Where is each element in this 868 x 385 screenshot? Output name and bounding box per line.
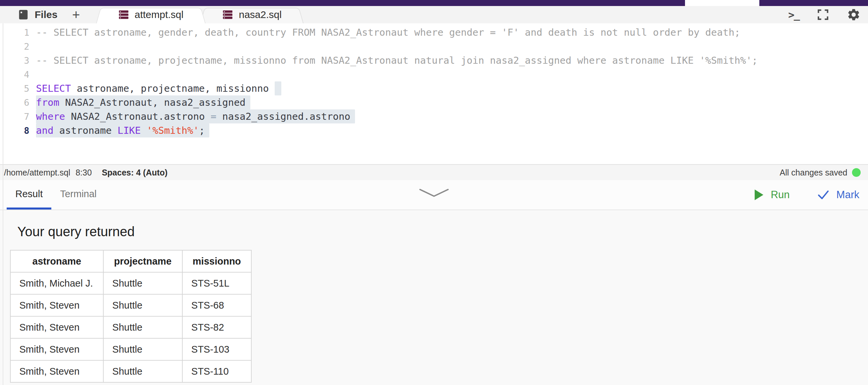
open-file-tabs: attempt.sql nasa2.sql (99, 6, 301, 23)
result-heading: Your query returned (17, 224, 868, 239)
table-cell: STS-51L (182, 272, 251, 294)
code-line[interactable]: 6from NASA2_Astronaut, nasa2_assigned (0, 95, 868, 110)
result-toolbar: Result Terminal Run Mark (0, 180, 868, 210)
table-cell: STS-82 (182, 316, 251, 338)
column-header: projectname (103, 250, 182, 272)
table-cell: Shuttle (103, 360, 182, 382)
table-cell: Shuttle (103, 316, 182, 338)
tab-attempt-sql[interactable]: attempt.sql (99, 6, 203, 23)
table-cell: Smith, Steven (10, 316, 103, 338)
mark-label: Mark (836, 189, 859, 201)
column-header: astroname (10, 250, 103, 272)
indentation-setting[interactable]: Spaces: 4 (Auto) (102, 168, 167, 177)
table-header-row: astronameprojectnamemissionno (10, 250, 251, 272)
line-number: 3 (0, 54, 29, 68)
left-rail-divider (3, 23, 3, 385)
files-button[interactable]: Files (0, 6, 57, 23)
tab-label: attempt.sql (135, 9, 184, 20)
tabbar-actions: >_ (788, 6, 868, 23)
table-row: Smith, Michael J.ShuttleSTS-51L (10, 272, 251, 294)
table-cell: Smith, Steven (10, 294, 103, 316)
editor-status-bar: /home/attempt.sql 8:30 Spaces: 4 (Auto) … (0, 164, 868, 180)
line-number: 5 (0, 82, 29, 96)
line-number: 6 (0, 96, 29, 110)
code-line[interactable]: 8and astroname LIKE '%Smith%'; (0, 123, 868, 138)
tab-result[interactable]: Result (7, 180, 51, 209)
top-accent-bar (0, 0, 868, 6)
line-number: 7 (0, 110, 29, 124)
terminal-icon[interactable]: >_ (788, 9, 799, 21)
table-cell: Smith, Steven (10, 360, 103, 382)
table-cell: Shuttle (103, 294, 182, 316)
topbar-gap (685, 0, 760, 6)
table-cell: Shuttle (103, 338, 182, 360)
panel-collapse-handle[interactable] (419, 188, 449, 198)
chevron-down-icon (419, 188, 449, 198)
check-icon (818, 190, 829, 200)
query-result-table: astronameprojectnamemissionno Smith, Mic… (10, 250, 252, 383)
code-line[interactable]: 3-- SELECT astroname, projectname, missi… (0, 53, 868, 67)
new-file-button[interactable]: + (72, 6, 80, 23)
table-row: Smith, StevenShuttleSTS-110 (10, 360, 251, 382)
code-lines: 1-- SELECT astroname, gender, death, cou… (0, 25, 868, 138)
toolbar-actions: Run Mark (755, 180, 868, 209)
tab-label: nasa2.sql (239, 9, 281, 20)
settings-gear-icon[interactable] (847, 8, 861, 22)
line-number: 8 (0, 124, 29, 138)
sql-file-icon (118, 9, 129, 20)
table-cell: Smith, Steven (10, 338, 103, 360)
save-status: All changes saved (780, 168, 847, 177)
cursor-position: 8:30 (76, 168, 92, 177)
code-line[interactable]: 7where NASA2_Astronaut.astrono = nasa2_a… (0, 110, 868, 123)
code-editor[interactable]: 1-- SELECT astroname, gender, death, cou… (0, 23, 868, 164)
tab-terminal[interactable]: Terminal (51, 180, 105, 209)
table-cell: Shuttle (103, 272, 182, 294)
table-row: Smith, StevenShuttleSTS-68 (10, 294, 251, 316)
table-row: Smith, StevenShuttleSTS-82 (10, 316, 251, 338)
run-label: Run (771, 189, 790, 201)
table-cell: STS-110 (182, 360, 251, 382)
table-cell: STS-68 (182, 294, 251, 316)
file-tab-bar: Files + attempt.sql (0, 6, 868, 23)
table-row: Smith, StevenShuttleSTS-103 (10, 338, 251, 360)
line-number: 2 (0, 40, 29, 54)
code-line[interactable]: 2 (0, 39, 868, 53)
run-button[interactable]: Run (755, 189, 790, 201)
file-path: /home/attempt.sql (4, 168, 70, 177)
play-icon (755, 189, 763, 200)
column-header: missionno (182, 250, 251, 272)
fullscreen-icon[interactable] (817, 8, 829, 21)
table-cell: STS-103 (182, 338, 251, 360)
mark-button[interactable]: Mark (818, 189, 859, 201)
line-number: 4 (0, 68, 29, 82)
table-body: Smith, Michael J.ShuttleSTS-51LSmith, St… (10, 272, 251, 382)
tab-nasa2-sql[interactable]: nasa2.sql (203, 6, 301, 23)
code-line[interactable]: 1-- SELECT astroname, gender, death, cou… (0, 25, 868, 39)
sql-file-icon (222, 9, 233, 20)
files-icon (17, 9, 29, 21)
result-panel: Your query returned astronameprojectname… (0, 224, 868, 385)
code-line[interactable]: 5SELECT astroname, projectname, missionn… (0, 81, 868, 95)
files-label: Files (35, 9, 57, 20)
code-line[interactable]: 4 (0, 67, 868, 81)
saved-indicator-dot (852, 168, 861, 177)
table-cell: Smith, Michael J. (10, 272, 103, 294)
line-number: 1 (0, 26, 29, 40)
